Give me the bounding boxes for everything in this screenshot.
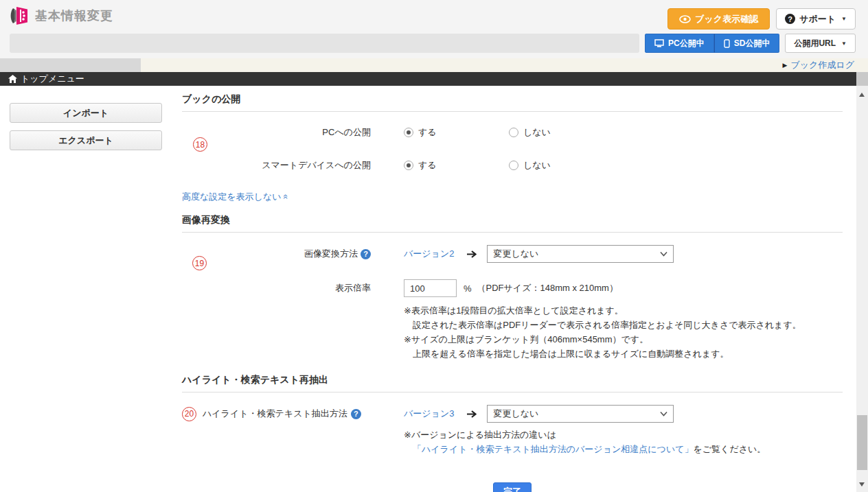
header-second-row: PC公開中 SD公開中 公開用URL ▼: [10, 34, 856, 53]
highlight-label-group: 20 ハイライト・検索テキスト抽出方法 ?: [182, 407, 404, 421]
radio-option-no[interactable]: しない: [509, 126, 551, 139]
chevron-double-up-icon: «: [281, 194, 291, 199]
advanced-toggle-wrap: 高度な設定を表示しない «: [182, 191, 843, 203]
highlight-note: ※バージョンによる抽出方法の違いは 「ハイライト・検索テキスト抽出方法のバージョ…: [404, 427, 843, 456]
field-label: PCへの公開: [182, 126, 371, 139]
public-url-button[interactable]: 公開用URL ▼: [785, 34, 856, 53]
pc-publish-row: PCへの公開 する しない: [182, 126, 843, 139]
top-menu-bar[interactable]: トップメニュー: [0, 72, 856, 86]
help-icon[interactable]: ?: [361, 249, 371, 259]
main-content: ブックの公開 18 PCへの公開 する しない スマートデバイスへの公: [172, 86, 868, 492]
nav-row: トップメニュー: [0, 72, 868, 86]
chevron-down-icon: [660, 251, 667, 257]
zoom-ratio-row: 表示倍率 % （PDFサイズ：148mm x 210mm）: [182, 279, 843, 297]
caret-down-icon: ▼: [841, 16, 847, 22]
scroll-up-icon[interactable]: [859, 93, 865, 97]
note-link-line: 「ハイライト・検索テキスト抽出方法のバージョン相違点について」をご覧ください。: [404, 442, 843, 456]
field-label: ハイライト・検索テキスト抽出方法: [203, 408, 347, 420]
radio-icon[interactable]: [509, 128, 518, 137]
strip-right: ▶ ブック作成ログ: [141, 58, 868, 72]
divider: [182, 392, 843, 393]
book-preview-button[interactable]: ブック表示確認: [667, 8, 770, 30]
header-actions: ブック表示確認 ? サポート ▼: [667, 8, 856, 30]
current-version-label: バージョン3: [404, 408, 454, 420]
top-menu-label: トップメニュー: [21, 73, 84, 85]
help-icon[interactable]: ?: [351, 409, 361, 419]
book-logo-icon: [8, 5, 29, 26]
brand: 基本情報変更: [8, 5, 113, 26]
triangle-right-icon: ▶: [783, 62, 788, 69]
step-badge-18: 18: [193, 137, 207, 152]
radio-group: する しない: [404, 159, 551, 172]
radio-option-yes[interactable]: する: [404, 126, 509, 139]
app-header: 基本情報変更 ブック表示確認 ? サポート ▼: [0, 0, 868, 58]
highlight-method-row: 20 ハイライト・検索テキスト抽出方法 ? バージョン3 変更しない: [182, 405, 843, 423]
arrow-right-icon: [466, 410, 477, 419]
body: インポート エクスポート ブックの公開 18 PCへの公開 する しない: [0, 86, 868, 492]
radio-option-no[interactable]: しない: [509, 159, 551, 172]
advanced-settings-toggle-link[interactable]: 高度な設定を表示しない «: [182, 191, 288, 202]
sidebar-item-import[interactable]: インポート: [10, 103, 162, 123]
home-icon: [8, 75, 17, 83]
sidebar-item-export[interactable]: エクスポート: [10, 130, 162, 150]
pc-published-button[interactable]: PC公開中: [645, 34, 714, 53]
zoom-unit: %: [464, 283, 472, 294]
scroll-down-icon[interactable]: [859, 482, 865, 487]
sd-publish-row: スマートデバイスへの公開 する しない: [182, 159, 843, 172]
current-version-label: バージョン2: [404, 248, 454, 260]
note-line: 設定された表示倍率はPDFリーダーで表示される倍率指定とおよそ同じ大きさで表示さ…: [404, 318, 843, 332]
book-creation-log-link[interactable]: ブック作成ログ: [790, 59, 854, 71]
highlight-control: バージョン3 変更しない: [404, 405, 674, 423]
radio-icon[interactable]: [404, 161, 413, 170]
field-label: 画像変換方法 ?: [182, 248, 371, 260]
method-control: バージョン2 変更しない: [404, 245, 674, 263]
sidebar: インポート エクスポート: [0, 86, 172, 492]
radio-icon[interactable]: [509, 161, 518, 170]
done-button[interactable]: 完了: [493, 482, 532, 492]
step-badge-20: 20: [182, 407, 196, 421]
strip-left-filler: [0, 58, 141, 72]
page-title: 基本情報変更: [35, 8, 113, 24]
highlight-method-select[interactable]: 変更しない: [487, 405, 674, 423]
radio-icon[interactable]: [404, 128, 413, 137]
conversion-method-row: 画像変換方法 ? バージョン2 変更しない: [182, 245, 843, 263]
field-label: スマートデバイスへの公開: [182, 159, 371, 172]
divider: [182, 232, 843, 233]
caret-down-icon: ▼: [841, 40, 847, 47]
zoom-control: % （PDFサイズ：148mm x 210mm）: [404, 279, 618, 297]
conversion-method-select[interactable]: 変更しない: [487, 245, 674, 263]
pdf-size-note: （PDFサイズ：148mm x 210mm）: [477, 282, 618, 294]
zoom-notes: ※表示倍率は1段階目の拡大倍率として設定されます。 設定された表示倍率はPDFリ…: [404, 303, 843, 361]
publish-status-group: PC公開中 SD公開中: [645, 34, 779, 53]
note-line: ※バージョンによる抽出方法の違いは: [404, 427, 843, 442]
smartphone-icon: [724, 39, 730, 48]
footer-actions: 完了: [182, 482, 843, 492]
support-button[interactable]: ? サポート ▼: [776, 8, 856, 30]
radio-option-yes[interactable]: する: [404, 159, 509, 172]
image-section-heading: 画像再変換: [182, 214, 843, 226]
question-circle-icon: ?: [785, 14, 795, 24]
vertical-scrollbar[interactable]: [856, 86, 868, 492]
note-line: 上限を超える倍率を指定した場合は上限に収まるサイズに自動調整されます。: [404, 347, 843, 361]
note-line: ※表示倍率は1段階目の拡大倍率として設定されます。: [404, 303, 843, 318]
scrollbar-thumb[interactable]: [857, 415, 867, 470]
scrollbar-corner: [856, 72, 868, 86]
monitor-icon: [654, 39, 664, 47]
version-difference-link[interactable]: 「ハイライト・検索テキスト抽出方法のバージョン相違点について」: [413, 444, 693, 454]
divider: [182, 111, 843, 112]
eye-icon: [679, 15, 691, 23]
radio-group: する しない: [404, 126, 551, 139]
step-badge-19: 19: [192, 256, 207, 270]
field-label: 表示倍率: [182, 282, 371, 294]
highlight-section-heading: ハイライト・検索テキスト再抽出: [182, 374, 843, 386]
page: 基本情報変更 ブック表示確認 ? サポート ▼: [0, 0, 868, 492]
note-line: ※サイズの上限はブランケット判（406mm×545mm）です。: [404, 332, 843, 347]
zoom-ratio-input[interactable]: [404, 279, 457, 297]
title-bar: [10, 34, 639, 53]
arrow-right-icon: [466, 250, 477, 259]
sd-published-button[interactable]: SD公開中: [714, 34, 780, 53]
chevron-down-icon: [660, 411, 667, 417]
sub-header-strip: ▶ ブック作成ログ: [0, 58, 868, 72]
publish-section-heading: ブックの公開: [182, 93, 843, 106]
